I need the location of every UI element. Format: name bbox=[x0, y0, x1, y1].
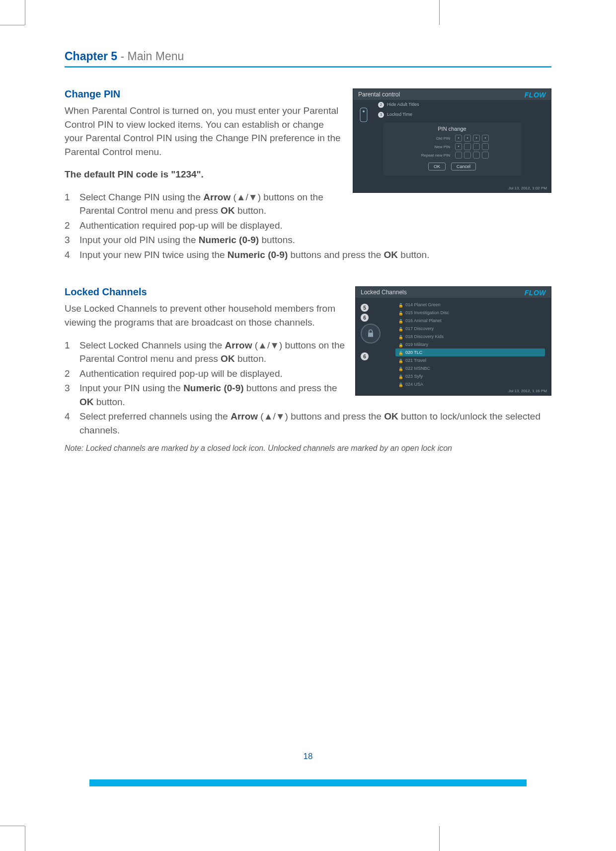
step-item: Input your new PIN twice using the Numer… bbox=[65, 248, 551, 262]
channel-row: 016 Animal Planet bbox=[395, 317, 545, 325]
channel-row: 017 Discovery bbox=[395, 325, 545, 333]
svg-point-1 bbox=[363, 110, 365, 112]
step-item: Select Locked Channels using the Arrow (… bbox=[65, 339, 551, 366]
screenshot-title: Parental control bbox=[353, 89, 551, 100]
step-item: Input your PIN using the Numeric (0-9) b… bbox=[65, 381, 551, 409]
svg-rect-0 bbox=[360, 108, 367, 122]
footer-bar bbox=[89, 779, 527, 786]
pin-panel-title: PIN change bbox=[388, 126, 516, 132]
screenshot-menu-item: 3Locked Time bbox=[353, 110, 551, 120]
steps-list: Select Locked Channels using the Arrow (… bbox=[65, 339, 551, 437]
step-item: Input your old PIN using the Numeric (0-… bbox=[65, 233, 551, 247]
screenshot-parental-control: Parental control FLOW 2Hide Adult Titles… bbox=[353, 88, 551, 193]
channel-row: 014 Planet Green bbox=[395, 301, 545, 309]
steps-list: Select Change PIN using the Arrow (▲/▼) … bbox=[65, 190, 551, 262]
remote-icon bbox=[357, 107, 371, 124]
note-text: Note: Locked channels are marked by a cl… bbox=[65, 444, 551, 453]
screenshot-ok-button: OK bbox=[428, 163, 446, 170]
screenshot-timestamp: Jul 13, 2012, 1:02 PM bbox=[508, 186, 547, 190]
channel-row: 015 Investigation Disc bbox=[395, 309, 545, 317]
screenshot-cancel-button: Cancel bbox=[451, 163, 476, 170]
brand-logo: FLOW bbox=[525, 289, 546, 297]
step-item: Select Change PIN using the Arrow (▲/▼) … bbox=[65, 190, 551, 218]
screenshot-menu-item: 2Hide Adult Titles bbox=[353, 100, 551, 110]
step-item: Authentication required pop-up will be d… bbox=[65, 219, 551, 233]
step-item: Select preferred channels using the Arro… bbox=[65, 410, 551, 437]
chapter-header: Chapter 5 - Main Menu bbox=[65, 50, 551, 68]
page-number: 18 bbox=[25, 752, 591, 762]
brand-logo: FLOW bbox=[525, 91, 546, 99]
step-item: Authentication required pop-up will be d… bbox=[65, 367, 551, 381]
chapter-subtitle: - Main Menu bbox=[117, 50, 184, 63]
chapter-number: Chapter 5 bbox=[65, 50, 117, 63]
screenshot-title: Locked Channels bbox=[356, 287, 551, 298]
pin-change-panel: PIN change Old PIN New PIN Repeat new PI… bbox=[383, 123, 521, 175]
